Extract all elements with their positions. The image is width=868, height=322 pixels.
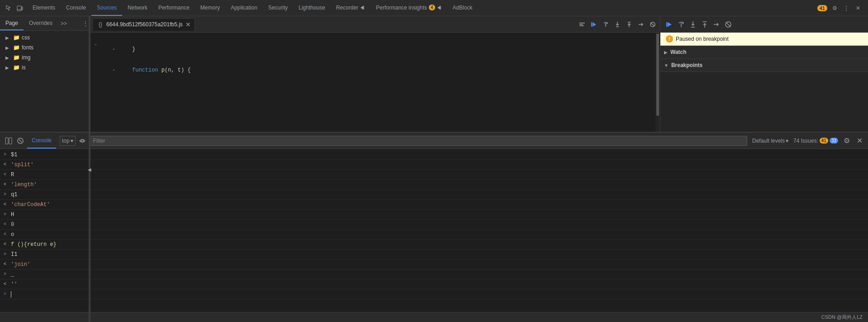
console-eye-btn[interactable] <box>77 136 87 146</box>
tab-elements[interactable]: Elements <box>27 0 61 16</box>
row-arrow-3: < <box>4 172 9 177</box>
resize-handle[interactable]: ◀ <box>89 16 90 322</box>
svg-line-16 <box>651 23 655 26</box>
tree-arrow-css: ▶ <box>5 35 13 40</box>
row-val-14: '' <box>11 281 17 288</box>
console-row-10: < f (){return e} <box>0 240 868 250</box>
source-resume-btn[interactable] <box>588 19 599 30</box>
footer-text: CSDN @局外人LZ <box>821 314 863 321</box>
source-step-over-btn[interactable] <box>600 19 611 30</box>
console-footer: CSDN @局外人LZ <box>0 312 868 322</box>
row-arrow-14: < <box>4 282 9 287</box>
more-options-icon[interactable]: ⋮ <box>842 4 851 13</box>
breakpoints-header[interactable]: ▼ Breakpoints <box>660 59 868 72</box>
row-cursor <box>11 291 14 298</box>
source-step-out-btn[interactable] <box>624 19 635 30</box>
svg-rect-27 <box>9 138 12 144</box>
console-tab[interactable]: Console <box>27 133 56 149</box>
tab-performance-insights[interactable]: Performance insights 4 <box>370 0 447 16</box>
console-sidebar-toggle[interactable] <box>4 136 14 146</box>
tab-lighthouse[interactable]: Lighthouse <box>293 0 331 16</box>
row-arrow-6: < <box>4 202 9 207</box>
console-clear-btn[interactable] <box>15 136 25 146</box>
debugger-toolbar <box>660 16 868 33</box>
row-arrow-7: > <box>4 212 9 217</box>
console-row-1: > $1 <box>0 150 868 160</box>
source-format-btn[interactable] <box>577 19 588 30</box>
breakpoints-arrow: ▼ <box>664 63 669 68</box>
issues-label: 74 Issues: <box>793 138 818 144</box>
row-val-13: _ <box>11 271 14 278</box>
close-devtools-icon[interactable]: ✕ <box>854 4 863 13</box>
default-levels-label: Default levels <box>752 138 785 144</box>
tree-label-img: img <box>22 54 30 61</box>
default-levels-arrow: ▾ <box>786 138 788 144</box>
tab-adblock[interactable]: AdBlock <box>447 0 478 16</box>
console-row-3: < R <box>0 170 868 180</box>
console-settings-btn[interactable]: ⚙ <box>842 136 852 146</box>
svg-rect-1 <box>22 7 23 10</box>
device-toggle-icon[interactable] <box>15 4 24 13</box>
tree-arrow-is: ▶ <box>5 65 13 70</box>
source-filename: 6644.9bd512f560375a201fb5.js <box>106 21 183 28</box>
source-file-tab[interactable]: {} 6644.9bd512f560375a201fb5.js ✕ <box>92 18 195 31</box>
source-step-btn[interactable] <box>636 19 646 30</box>
row-val-7: H <box>11 211 14 218</box>
breakpoint-icon: ! <box>666 35 673 43</box>
row-val-11: I1 <box>11 251 17 258</box>
tab-recorder[interactable]: Recorder <box>331 0 370 16</box>
svg-rect-26 <box>5 138 8 144</box>
svg-rect-17 <box>666 22 668 27</box>
console-filter-input[interactable] <box>89 136 747 146</box>
tab-network[interactable]: Network <box>122 0 153 16</box>
cursor-inspect-icon[interactable] <box>5 4 14 13</box>
console-close-btn[interactable]: ✕ <box>854 136 864 146</box>
step-into-btn[interactable] <box>688 19 698 30</box>
top-context-selector[interactable]: top ▾ <box>60 136 76 146</box>
default-levels-dropdown[interactable]: Default levels ▾ <box>749 137 792 144</box>
row-arrow-12: < <box>4 262 9 267</box>
issues-count-badge: 41 <box>817 5 827 11</box>
source-toolbar <box>577 19 658 30</box>
tab-security[interactable]: Security <box>263 0 293 16</box>
tab-page[interactable]: Page <box>0 16 24 30</box>
resume-btn[interactable] <box>664 19 675 30</box>
tree-item-is[interactable]: ▶ 📁 is <box>0 62 90 72</box>
tree-item-fonts[interactable]: ▶ 📁 fonts <box>0 43 90 53</box>
step-next-btn[interactable] <box>711 19 722 30</box>
tab-performance[interactable]: Performance <box>153 0 195 16</box>
step-out-btn[interactable] <box>699 19 710 30</box>
tree-item-img[interactable]: ▶ 📁 img <box>0 53 90 62</box>
left-tabs-more[interactable]: >> <box>58 16 70 30</box>
source-tabs-bar: {} 6644.9bd512f560375a201fb5.js ✕ <box>90 16 660 33</box>
source-step-into-btn[interactable] <box>612 19 623 30</box>
step-over-btn[interactable] <box>676 19 687 30</box>
row-arrow-8: < <box>4 222 9 227</box>
bottom-console-panel: Console top ▾ Default levels ▾ 74 Issues… <box>0 132 868 322</box>
tab-console[interactable]: Console <box>61 0 91 16</box>
svg-line-25 <box>726 22 730 27</box>
console-row-4: < 'length' <box>0 180 868 190</box>
source-deactivate-btn[interactable] <box>647 19 658 30</box>
settings-icon[interactable]: ⚙ <box>830 4 839 13</box>
tree-item-css[interactable]: ▶ 📁 css <box>0 33 90 43</box>
breakpoint-banner: ! Paused on breakpoint <box>660 33 868 46</box>
tree-label-fonts: fonts <box>22 44 33 51</box>
issues-badge[interactable]: 74 Issues: 41 33 <box>793 138 838 144</box>
watch-header[interactable]: ▶ Watch <box>660 46 868 58</box>
svg-rect-5 <box>579 23 585 24</box>
nav-icons-group <box>2 4 27 13</box>
code-line-1: - } <box>112 45 652 53</box>
folder-icon-fonts: 📁 <box>13 44 20 51</box>
row-arrow-4: < <box>4 182 9 187</box>
source-tab-close-btn[interactable]: ✕ <box>185 21 191 28</box>
code-scrollbar-thumb[interactable] <box>656 34 659 116</box>
tab-overrides[interactable]: Overrides <box>24 16 58 30</box>
tab-application[interactable]: Application <box>225 0 263 16</box>
deactivate-breakpoints-btn[interactable] <box>723 19 734 30</box>
tab-sources[interactable]: Sources <box>91 0 122 16</box>
issues-orange-badge: 41 <box>820 138 828 144</box>
breakpoints-title: Breakpoints <box>671 62 702 68</box>
tab-memory[interactable]: Memory <box>195 0 225 16</box>
row-arrow-10: < <box>4 242 9 247</box>
